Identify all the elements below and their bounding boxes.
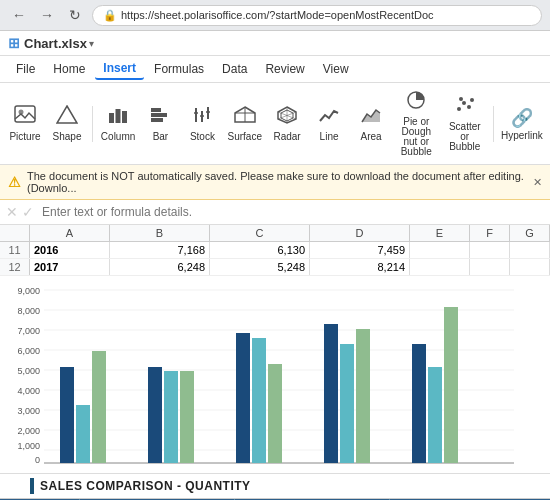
sales-section-header: SALES COMPARISON - QUANTITY: [0, 473, 550, 498]
sales-section-title: SALES COMPARISON - QUANTITY: [40, 479, 251, 493]
svg-rect-3: [109, 113, 114, 123]
tool-area[interactable]: Area: [352, 102, 390, 145]
col-header-e[interactable]: E: [410, 225, 470, 241]
cell-11-c[interactable]: 7,168: [110, 242, 210, 258]
menu-home[interactable]: Home: [45, 59, 93, 79]
tool-bar[interactable]: Bar: [141, 102, 179, 145]
menu-file[interactable]: File: [8, 59, 43, 79]
col-header-a[interactable]: A: [30, 225, 110, 241]
area-icon: [360, 105, 382, 130]
pie-icon: [405, 90, 427, 115]
browser-nav: ← → ↻ 🔒 https://sheet.polarisoffice.com/…: [0, 0, 550, 30]
warning-close-button[interactable]: ✕: [533, 176, 542, 189]
row-num-11: 11: [0, 242, 30, 258]
formula-input[interactable]: [38, 203, 544, 221]
line-icon: [318, 105, 340, 130]
url-bar[interactable]: 🔒 https://sheet.polarisoffice.com/?start…: [92, 5, 542, 26]
chart-svg: 9,000 8,000 7,000 6,000 5,000 4,000 3,00…: [10, 280, 520, 470]
tool-stock[interactable]: Stock: [183, 102, 221, 145]
svg-text:1,000: 1,000: [17, 441, 40, 451]
svg-marker-2: [57, 106, 77, 123]
tool-surface[interactable]: Surface: [225, 102, 264, 145]
menu-review[interactable]: Review: [257, 59, 312, 79]
svg-rect-5: [122, 111, 127, 123]
tool-column-label: Column: [101, 132, 135, 142]
svg-rect-4: [116, 109, 121, 123]
cell-12-b[interactable]: 2017: [30, 259, 110, 275]
svg-rect-62: [412, 344, 426, 463]
col-header-d[interactable]: D: [310, 225, 410, 241]
cell-11-b[interactable]: 2016: [30, 242, 110, 258]
svg-rect-55: [180, 371, 194, 463]
table-row: 11 2016 7,168 6,130 7,459: [0, 242, 550, 259]
cell-12-h[interactable]: [510, 259, 550, 275]
cell-12-g[interactable]: [470, 259, 510, 275]
menu-formulas[interactable]: Formulas: [146, 59, 212, 79]
cell-12-c[interactable]: 6,248: [110, 259, 210, 275]
tool-picture[interactable]: Picture: [6, 102, 44, 145]
svg-rect-56: [236, 333, 250, 463]
app-header: ⊞ Chart.xlsx ▾: [0, 31, 550, 56]
refresh-button[interactable]: ↻: [64, 4, 86, 26]
cell-11-g[interactable]: [470, 242, 510, 258]
col-header-f[interactable]: F: [470, 225, 510, 241]
cell-11-d[interactable]: 6,130: [210, 242, 310, 258]
svg-text:0: 0: [35, 455, 40, 465]
cell-11-f[interactable]: [410, 242, 470, 258]
tool-radar[interactable]: Radar: [268, 102, 306, 145]
column-icon: [107, 105, 129, 130]
toolbar-divider-2: [493, 106, 494, 142]
radar-icon: [276, 105, 298, 130]
cell-11-h[interactable]: [510, 242, 550, 258]
col-header-c[interactable]: C: [210, 225, 310, 241]
svg-text:3,000: 3,000: [17, 406, 40, 416]
app-logo: ⊞: [8, 35, 20, 51]
tool-line[interactable]: Line: [310, 102, 348, 145]
col-header-g[interactable]: G: [510, 225, 550, 241]
menu-bar: File Home Insert Formulas Data Review Vi…: [0, 56, 550, 83]
svg-point-25: [457, 107, 461, 111]
tool-column[interactable]: Column: [99, 102, 138, 145]
col-header-b[interactable]: B: [110, 225, 210, 241]
bar-icon: [149, 105, 171, 130]
cell-12-d[interactable]: 5,248: [210, 259, 310, 275]
back-button[interactable]: ←: [8, 4, 30, 26]
hyperlink-icon: 🔗: [511, 107, 533, 129]
row-num-12: 12: [0, 259, 30, 275]
tool-stock-label: Stock: [190, 132, 215, 142]
cell-12-e[interactable]: 8,214: [310, 259, 410, 275]
svg-rect-51: [76, 405, 90, 463]
svg-text:6,000: 6,000: [17, 346, 40, 356]
svg-rect-54: [164, 371, 178, 463]
menu-data[interactable]: Data: [214, 59, 255, 79]
tool-shape[interactable]: Shape: [48, 102, 86, 145]
tool-pie-label: Pie or Doughnut or Bubble: [400, 117, 432, 157]
menu-view[interactable]: View: [315, 59, 357, 79]
svg-text:2017: 2017: [432, 468, 452, 470]
tool-hyperlink[interactable]: 🔗 Hyperlink: [500, 104, 544, 144]
tool-pie[interactable]: Pie or Doughnut or Bubble: [394, 87, 438, 160]
svg-rect-6: [151, 108, 161, 112]
column-header-row: A B C D E F G: [0, 225, 550, 242]
tool-bar-label: Bar: [153, 132, 169, 142]
svg-rect-60: [340, 344, 354, 463]
tool-picture-label: Picture: [9, 132, 40, 142]
toolbar: Picture Shape Column Bar Stock Surface: [0, 83, 550, 165]
tool-scatter[interactable]: Scatter or Bubble: [443, 92, 487, 155]
forward-button[interactable]: →: [36, 4, 58, 26]
cell-11-e[interactable]: 7,459: [310, 242, 410, 258]
warning-text: The document is NOT automatically saved.…: [27, 170, 527, 194]
formula-confirm-button[interactable]: ✓: [22, 204, 34, 220]
formula-cancel-button[interactable]: ✕: [6, 204, 18, 220]
svg-point-27: [467, 105, 471, 109]
col-header-row-num: [0, 225, 30, 241]
svg-text:2,000: 2,000: [17, 426, 40, 436]
svg-text:2013: 2013: [80, 468, 100, 470]
filename-dropdown-arrow[interactable]: ▾: [89, 38, 94, 49]
svg-text:5,000: 5,000: [17, 366, 40, 376]
menu-insert[interactable]: Insert: [95, 58, 144, 80]
svg-rect-61: [356, 329, 370, 463]
tool-line-label: Line: [320, 132, 339, 142]
cell-12-f[interactable]: [410, 259, 470, 275]
svg-point-26: [462, 101, 466, 105]
